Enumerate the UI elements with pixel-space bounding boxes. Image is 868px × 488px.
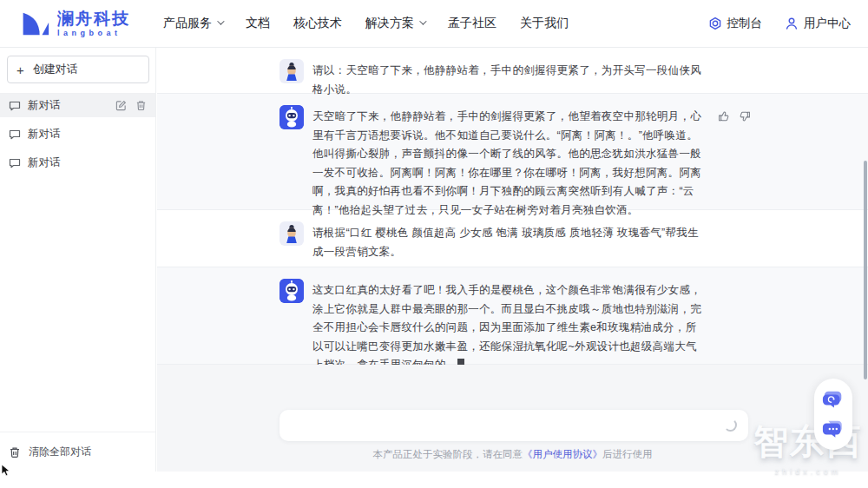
chat-dots-icon[interactable] bbox=[822, 418, 845, 440]
loading-spinner-icon bbox=[724, 419, 737, 432]
brand-subname: langboat bbox=[57, 30, 130, 37]
clear-all-conversations-button[interactable]: 清除全部对话 bbox=[0, 432, 155, 472]
message-text: 这支口红真的太好看了吧！我入手的是樱桃色，这个颜色非常饱满很有少女感，涂上它你就… bbox=[312, 279, 707, 375]
thumbs-up-icon[interactable] bbox=[718, 110, 730, 122]
brand-logo[interactable]: 澜舟科技 langboat bbox=[17, 7, 130, 40]
conversation-item[interactable]: 新对话 bbox=[0, 151, 155, 175]
thumbs-down-icon[interactable] bbox=[739, 110, 751, 122]
brand-name: 澜舟科技 bbox=[57, 10, 130, 27]
message-actions bbox=[718, 105, 751, 122]
nav-item-about-us[interactable]: 关于我们 bbox=[520, 16, 569, 31]
user-icon bbox=[785, 16, 799, 30]
message-input[interactable] bbox=[279, 410, 748, 441]
mouse-cursor bbox=[1, 464, 11, 478]
bot-avatar bbox=[279, 279, 304, 303]
user-avatar bbox=[279, 221, 304, 246]
nav-item-solutions[interactable]: 解决方案 bbox=[365, 16, 424, 31]
floating-chat-widget bbox=[814, 379, 852, 450]
chevron-down-icon bbox=[217, 17, 224, 24]
nav-right: 控制台 用户中心 bbox=[686, 16, 852, 31]
chat-bubble-icon bbox=[9, 129, 21, 141]
conversation-sidebar: + 创建对话 新对话 bbox=[0, 48, 156, 472]
bot-message: 天空暗了下来，他静静站着，手中的剑握得更紧了，他望着夜空中那轮明月，心里有千言万… bbox=[157, 94, 868, 210]
conversation-list: 新对话 新对话 bbox=[0, 93, 155, 175]
message-text: 请根据“口红 樱桃色 颜值超高 少女感 饱满 玻璃质感 质地轻薄 玫瑰香气”帮我… bbox=[312, 221, 707, 261]
composer-section: 本产品正处于实验阶段，请在同意《用户使用协议》后进行使用 bbox=[157, 365, 868, 472]
app-window: 澜舟科技 langboat 产品服务 文档 核心技术 解决方案 孟子社区 bbox=[0, 0, 868, 488]
brand-text: 澜舟科技 langboat bbox=[57, 10, 130, 37]
edit-icon[interactable] bbox=[115, 100, 127, 111]
create-conversation-button[interactable]: + 创建对话 bbox=[7, 56, 149, 83]
delete-icon[interactable] bbox=[135, 100, 147, 111]
user-message: 请以：天空暗了下来，他静静站着，手中的剑握得更紧了，为开头写一段仙侠风格小说。 bbox=[157, 48, 868, 94]
nav-item-mengzi-community[interactable]: 孟子社区 bbox=[448, 16, 496, 31]
chat-bubble-icon bbox=[9, 157, 21, 169]
user-avatar bbox=[279, 59, 304, 83]
message-text: 请以：天空暗了下来，他静静站着，手中的剑握得更紧了，为开头写一段仙侠风格小说。 bbox=[312, 59, 707, 99]
nav-menu: 产品服务 文档 核心技术 解决方案 孟子社区 关于我们 bbox=[163, 16, 592, 31]
top-navbar: 澜舟科技 langboat 产品服务 文档 核心技术 解决方案 孟子社区 bbox=[0, 0, 868, 48]
chat-history-icon[interactable] bbox=[822, 388, 845, 411]
plus-icon: + bbox=[16, 63, 24, 77]
bot-message: 这支口红真的太好看了吧！我入手的是樱桃色，这个颜色非常饱满很有少女感，涂上它你就… bbox=[157, 267, 868, 365]
chat-main: 请以：天空暗了下来，他静静站着，手中的剑握得更紧了，为开头写一段仙侠风格小说。 … bbox=[157, 48, 868, 472]
console-button[interactable]: 控制台 bbox=[708, 16, 763, 31]
chevron-down-icon bbox=[419, 17, 426, 24]
conversation-item[interactable]: 新对话 bbox=[0, 122, 155, 146]
user-center-button[interactable]: 用户中心 bbox=[785, 16, 851, 31]
user-agreement-link[interactable]: 《用户使用协议》 bbox=[523, 449, 602, 459]
nav-item-docs[interactable]: 文档 bbox=[246, 16, 270, 31]
trash-icon bbox=[9, 446, 21, 458]
conversation-item[interactable]: 新对话 bbox=[0, 94, 155, 117]
nav-item-products[interactable]: 产品服务 bbox=[163, 16, 222, 31]
langboat-sail-icon bbox=[17, 7, 50, 40]
footer-disclaimer: 本产品正处于实验阶段，请在同意《用户使用协议》后进行使用 bbox=[157, 448, 868, 461]
message-text: 天空暗了下来，他静静站着，手中的剑握得更紧了，他望着夜空中那轮明月，心里有千言万… bbox=[312, 105, 707, 220]
bot-avatar bbox=[279, 105, 304, 129]
console-icon bbox=[708, 16, 722, 30]
nav-item-core-tech[interactable]: 核心技术 bbox=[293, 16, 342, 31]
scrollbar-thumb[interactable] bbox=[864, 161, 867, 379]
chat-bubble-icon bbox=[9, 100, 21, 112]
